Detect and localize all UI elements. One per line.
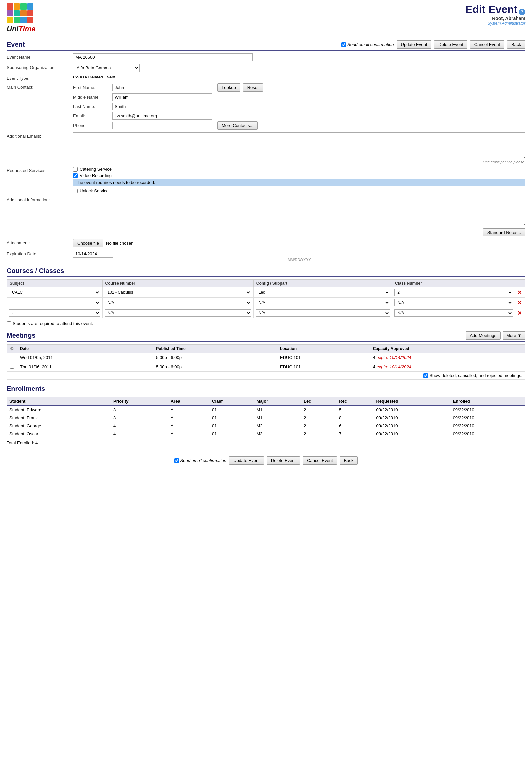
class-number-select-1[interactable]: N/A xyxy=(394,299,513,306)
choose-file-button[interactable]: Choose file xyxy=(73,239,103,247)
additional-info-row: Additional Information: Standard Notes..… xyxy=(7,196,525,237)
last-name-label: Last Name: xyxy=(73,104,110,109)
bottom-update-button[interactable]: Update Event xyxy=(229,456,264,465)
reset-button[interactable]: Reset xyxy=(243,83,263,92)
logo-image xyxy=(7,3,33,23)
bottom-send-email-label[interactable]: Send email confirmation xyxy=(174,458,226,463)
help-icon[interactable]: ? xyxy=(519,9,525,15)
show-deleted-checkbox[interactable] xyxy=(423,373,428,378)
event-name-row: Event Name: xyxy=(7,53,525,61)
class-number-select-2[interactable]: N/A xyxy=(394,309,513,317)
meeting-checkbox-cell-0 xyxy=(7,353,17,362)
table-row: - N/A N/A N/A ✕ xyxy=(7,298,525,308)
students-required-checkbox[interactable] xyxy=(7,321,11,326)
students-required-label[interactable]: Students are required to attend this eve… xyxy=(7,321,525,326)
logo-cell xyxy=(7,17,13,23)
event-section-title: Event xyxy=(7,41,25,48)
course-number-select-1[interactable]: N/A xyxy=(105,299,251,306)
requested-1: 09/22/2010 xyxy=(373,414,450,422)
first-name-input[interactable] xyxy=(113,84,212,91)
attachment-label: Attachment: xyxy=(7,239,73,245)
additional-info-textarea[interactable] xyxy=(73,196,525,226)
lec-3: 2 xyxy=(301,430,337,438)
catering-checkbox[interactable] xyxy=(73,167,78,172)
show-deleted-label[interactable]: Show deleted, cancelled, and rejected me… xyxy=(10,373,522,378)
standard-notes-row: Standard Notes... xyxy=(73,228,525,237)
update-event-button[interactable]: Update Event xyxy=(397,40,432,49)
page-title: Edit Event xyxy=(466,3,517,15)
student-name-2: Student, George xyxy=(7,422,111,430)
send-email-checkbox[interactable] xyxy=(342,42,346,47)
priority-2: 4. xyxy=(111,422,168,430)
video-note: The event requires needs to be recorded. xyxy=(73,179,525,186)
major-3: M3 xyxy=(254,430,301,438)
meetings-actions: Add Meetings More ▼ xyxy=(466,331,525,340)
bottom-cancel-button[interactable]: Cancel Event xyxy=(303,456,337,465)
lookup-button[interactable]: Lookup xyxy=(217,83,240,92)
middle-name-input[interactable] xyxy=(113,93,212,101)
additional-emails-note: One email per line please. xyxy=(73,160,525,164)
col-location: Location xyxy=(277,344,370,353)
course-number-cell: N/A xyxy=(102,298,253,308)
course-number-select-0[interactable]: 101 - Calculus xyxy=(105,289,251,296)
clasf-3: 01 xyxy=(210,430,254,438)
meetings-table-header: ⚙ Date Published Time Location Capacity … xyxy=(7,344,525,353)
add-meetings-button[interactable]: Add Meetings xyxy=(466,331,501,340)
major-2: M2 xyxy=(254,422,301,430)
cancel-event-button[interactable]: Cancel Event xyxy=(470,40,504,49)
col-rec: Rec xyxy=(337,397,373,406)
config-subpart-select-0[interactable]: Lec xyxy=(256,289,390,296)
more-contacts-button[interactable]: More Contacts... xyxy=(217,121,258,130)
course-number-select-2[interactable]: N/A xyxy=(105,309,251,317)
logo-cell xyxy=(20,3,27,10)
additional-info-value: Standard Notes... xyxy=(73,196,525,237)
event-name-label: Event Name: xyxy=(7,53,73,59)
send-email-label[interactable]: Send email confirmation xyxy=(342,42,394,47)
config-subpart-select-2[interactable]: N/A xyxy=(256,309,390,317)
priority-1: 3. xyxy=(111,414,168,422)
sponsoring-org-select[interactable]: Alfa Beta Gamma xyxy=(73,64,140,72)
main-contact-label: Main Contact: xyxy=(7,83,73,90)
expiration-date-input[interactable] xyxy=(73,250,113,258)
catering-label: Catering Service xyxy=(80,167,112,172)
clasf-1: 01 xyxy=(210,414,254,422)
phone-input[interactable] xyxy=(113,122,212,129)
delete-event-button[interactable]: Delete Event xyxy=(434,40,467,49)
user-role: System Administrator xyxy=(466,21,525,26)
class-number-select-0[interactable]: 2 xyxy=(394,289,513,296)
email-input[interactable] xyxy=(113,112,212,120)
event-name-input[interactable] xyxy=(73,53,253,61)
video-checkbox[interactable] xyxy=(73,173,78,178)
subject-select-1[interactable]: - xyxy=(9,299,100,306)
delete-row-icon-2[interactable]: ✕ xyxy=(517,310,522,316)
meeting-checkbox-1[interactable] xyxy=(10,364,14,369)
col-published-time: Published Time xyxy=(153,344,277,353)
more-button[interactable]: More ▼ xyxy=(503,331,525,340)
bottom-delete-button[interactable]: Delete Event xyxy=(267,456,300,465)
bottom-send-email-checkbox[interactable] xyxy=(174,458,179,463)
col-clasf: Clasf xyxy=(210,397,254,406)
subject-select-2[interactable]: - xyxy=(9,309,100,317)
main-contact-row: Main Contact: First Name: Lookup Reset M… xyxy=(7,83,525,130)
additional-emails-textarea[interactable] xyxy=(73,132,525,159)
additional-emails-value: One email per line please. xyxy=(73,132,525,164)
course-number-cell: 101 - Calculus xyxy=(102,287,253,298)
enrolled-2: 09/22/2010 xyxy=(450,422,525,430)
subject-select-0[interactable]: CALC xyxy=(9,289,100,296)
event-type-text: Course Related Event xyxy=(73,75,116,80)
meeting-location-0: EDUC 101 xyxy=(277,353,370,362)
bottom-back-button[interactable]: Back xyxy=(340,456,358,465)
config-subpart-select-1[interactable]: N/A xyxy=(256,299,390,306)
meeting-checkbox-0[interactable] xyxy=(10,355,14,359)
back-button[interactable]: Back xyxy=(507,40,525,49)
unlock-checkbox[interactable] xyxy=(73,189,78,193)
event-type-label: Event Type: xyxy=(7,75,73,81)
students-required-row: Students are required to attend this eve… xyxy=(7,321,525,326)
standard-notes-button[interactable]: Standard Notes... xyxy=(483,228,525,237)
delete-row-icon-0[interactable]: ✕ xyxy=(517,290,522,295)
col-student: Student xyxy=(7,397,111,406)
first-name-label: First Name: xyxy=(73,85,110,90)
last-name-input[interactable] xyxy=(113,103,212,111)
delete-row-icon-1[interactable]: ✕ xyxy=(517,300,522,306)
class-number-cell: 2 xyxy=(392,287,515,298)
